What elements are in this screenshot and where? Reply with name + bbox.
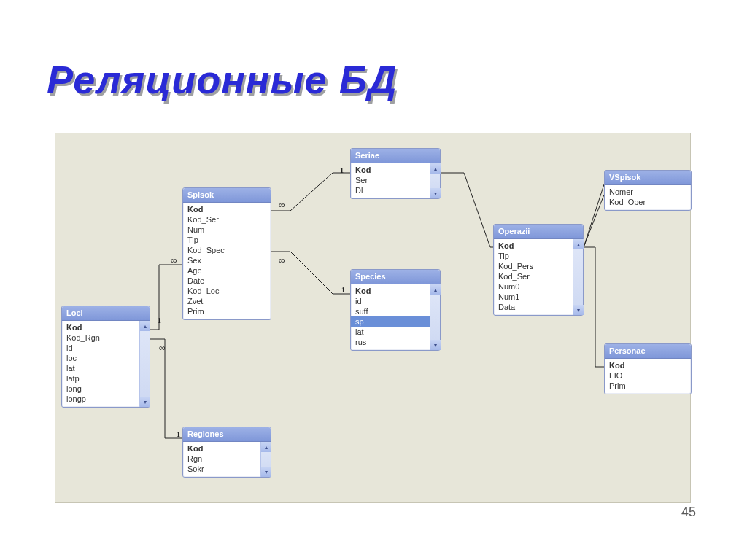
- table-title[interactable]: Regiones: [183, 427, 271, 442]
- relationship-line: [441, 173, 493, 247]
- er-diagram-canvas: 1∞∞1∞1∞1 LociKodKod_Rgnidloclatlatplongl…: [55, 133, 691, 503]
- field-item[interactable]: Kod: [62, 322, 139, 332]
- scrollbar[interactable]: ▴▾: [260, 442, 271, 477]
- field-list: KodRgnSokr: [183, 442, 260, 477]
- field-item[interactable]: Kod_Ser: [494, 271, 573, 281]
- table-title[interactable]: Spisok: [183, 188, 271, 203]
- scrollbar[interactable]: ▴▾: [430, 284, 440, 350]
- table-loci[interactable]: LociKodKod_Rgnidloclatlatplonglongp▴▾: [61, 306, 150, 408]
- field-list: NomerKod_Oper: [605, 185, 691, 210]
- field-item[interactable]: Dl: [351, 185, 430, 195]
- field-list: Kodidsuffsplatrus: [351, 284, 430, 350]
- scroll-up-icon[interactable]: ▴: [140, 321, 150, 331]
- field-item[interactable]: long: [62, 384, 139, 394]
- scroll-up-icon[interactable]: ▴: [430, 284, 441, 295]
- field-item[interactable]: Kod_Ser: [183, 214, 271, 225]
- cardinality-one-label: 1: [341, 286, 345, 294]
- field-list: KodSerDl: [351, 163, 430, 198]
- field-item[interactable]: Date: [183, 276, 271, 286]
- field-item[interactable]: Kod: [183, 204, 271, 214]
- cardinality-many-icon: ∞: [159, 343, 166, 353]
- field-item[interactable]: Kod: [351, 165, 430, 175]
- field-item[interactable]: rus: [351, 337, 430, 347]
- table-personae[interactable]: PersonaeKodFIOPrim: [604, 343, 692, 394]
- field-item[interactable]: id: [351, 296, 430, 306]
- scroll-up-icon[interactable]: ▴: [573, 239, 584, 249]
- field-item[interactable]: Tip: [494, 251, 573, 261]
- field-item[interactable]: suff: [351, 306, 430, 316]
- field-item[interactable]: Kod: [605, 360, 691, 370]
- field-item[interactable]: Kod: [494, 241, 573, 251]
- field-item[interactable]: Ser: [351, 175, 430, 185]
- field-item[interactable]: Rgn: [183, 454, 260, 464]
- field-item[interactable]: id: [62, 343, 139, 353]
- scroll-down-icon[interactable]: ▾: [261, 467, 271, 477]
- scrollbar[interactable]: ▴▾: [139, 321, 150, 407]
- field-item[interactable]: loc: [62, 353, 139, 363]
- field-item[interactable]: Num: [183, 225, 271, 235]
- field-item[interactable]: Prim: [183, 306, 271, 316]
- table-regiones[interactable]: RegionesKodRgnSokr▴▾: [182, 427, 271, 478]
- table-vspisok[interactable]: VSpisokNomerKod_Oper: [604, 170, 692, 211]
- field-list: KodTipKod_PersKod_SerNum0Num1Data: [494, 239, 573, 315]
- relationship-line: [584, 195, 604, 247]
- relationship-line: [584, 247, 604, 367]
- field-item[interactable]: Num1: [494, 292, 573, 302]
- cardinality-many-icon: ∞: [171, 255, 177, 265]
- field-item[interactable]: Nomer: [605, 187, 691, 197]
- cardinality-one-label: 1: [177, 430, 180, 438]
- field-item[interactable]: Kod_Oper: [605, 197, 691, 207]
- cardinality-one-label: 1: [158, 316, 161, 324]
- field-item[interactable]: Sokr: [183, 464, 260, 474]
- table-title[interactable]: Personae: [605, 344, 691, 359]
- relationship-line: [584, 184, 604, 247]
- scrollbar[interactable]: ▴▾: [573, 239, 583, 315]
- table-species[interactable]: SpeciesKodidsuffsplatrus▴▾: [350, 269, 441, 351]
- field-item[interactable]: Tip: [183, 235, 271, 245]
- slide-title: Реляционные БД: [47, 57, 398, 102]
- field-item[interactable]: Kod_Pers: [494, 261, 573, 271]
- field-item[interactable]: sp: [351, 316, 430, 327]
- field-item[interactable]: latp: [62, 373, 139, 384]
- scroll-down-icon[interactable]: ▾: [430, 340, 441, 350]
- table-operazii[interactable]: OperaziiKodTipKod_PersKod_SerNum0Num1Dat…: [493, 224, 584, 316]
- field-item[interactable]: longp: [62, 394, 139, 404]
- cardinality-one-label: 1: [340, 166, 344, 174]
- cardinality-many-icon: ∞: [279, 200, 285, 210]
- field-item[interactable]: Age: [183, 265, 271, 276]
- field-item[interactable]: Prim: [605, 381, 691, 391]
- scroll-up-icon[interactable]: ▴: [430, 163, 441, 174]
- field-item[interactable]: Kod_Loc: [183, 286, 271, 296]
- scroll-down-icon[interactable]: ▾: [140, 397, 150, 407]
- field-item[interactable]: Kod_Spec: [183, 245, 271, 255]
- scroll-up-icon[interactable]: ▴: [261, 442, 271, 452]
- cardinality-many-icon: ∞: [279, 255, 285, 265]
- table-title[interactable]: Seriae: [351, 149, 440, 163]
- field-item[interactable]: Kod_Rgn: [62, 332, 139, 343]
- field-list: KodKod_Rgnidloclatlatplonglongp: [62, 321, 139, 407]
- table-spisok[interactable]: SpisokKodKod_SerNumTipKod_SpecSexAgeDate…: [182, 187, 271, 320]
- field-item[interactable]: Data: [494, 302, 573, 312]
- relationship-line: [150, 265, 182, 330]
- table-title[interactable]: Species: [351, 270, 440, 284]
- field-item[interactable]: Sex: [183, 255, 271, 265]
- field-item[interactable]: Kod: [183, 443, 260, 454]
- field-list: KodKod_SerNumTipKod_SpecSexAgeDateKod_Lo…: [183, 203, 271, 319]
- field-item[interactable]: lat: [351, 327, 430, 337]
- table-title[interactable]: Loci: [62, 306, 150, 321]
- relationship-line: [150, 339, 182, 438]
- field-item[interactable]: Zvet: [183, 296, 271, 306]
- field-item[interactable]: Kod: [351, 286, 430, 296]
- scroll-down-icon[interactable]: ▾: [430, 188, 441, 198]
- page-number: 45: [681, 505, 696, 520]
- field-item[interactable]: Num0: [494, 281, 573, 292]
- scrollbar[interactable]: ▴▾: [430, 163, 440, 198]
- scroll-down-icon[interactable]: ▾: [573, 305, 584, 315]
- table-title[interactable]: VSpisok: [605, 171, 691, 185]
- table-title[interactable]: Operazii: [494, 225, 583, 239]
- field-item[interactable]: FIO: [605, 370, 691, 381]
- field-list: KodFIOPrim: [605, 359, 691, 394]
- field-item[interactable]: lat: [62, 363, 139, 373]
- table-seriae[interactable]: SeriaeKodSerDl▴▾: [350, 148, 441, 199]
